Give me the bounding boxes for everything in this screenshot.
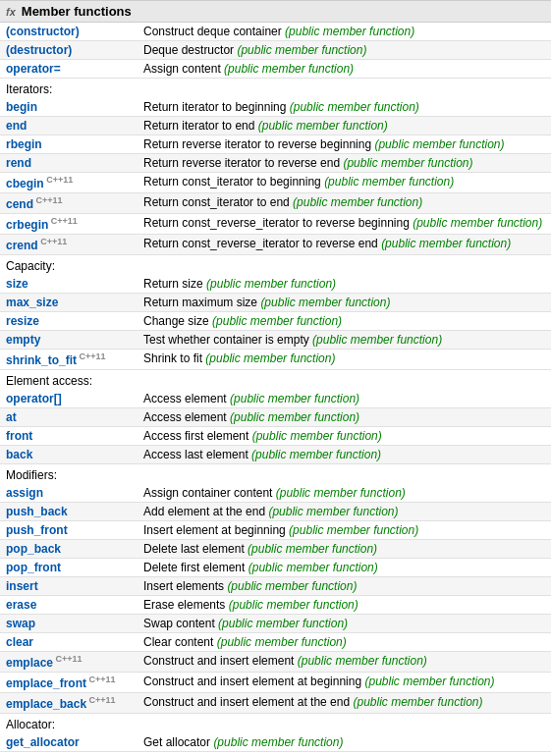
cxx11-badge: C++11 xyxy=(44,175,74,185)
function-name[interactable]: push_front xyxy=(0,521,138,540)
function-name[interactable]: (destructor) xyxy=(0,41,138,60)
function-name[interactable]: at xyxy=(0,408,138,427)
function-name[interactable]: cend C++11 xyxy=(0,193,138,214)
table-row: beginReturn iterator to beginning (publi… xyxy=(0,98,551,117)
function-desc: Return iterator to beginning (public mem… xyxy=(138,98,551,117)
function-name[interactable]: empty xyxy=(0,331,138,350)
table-row: get_allocatorGet allocator (public membe… xyxy=(0,733,551,752)
function-desc: Insert elements (public member function) xyxy=(138,577,551,596)
function-desc: Return const_reverse_iterator to reverse… xyxy=(138,235,551,255)
function-desc: Return const_iterator to end (public mem… xyxy=(138,193,551,214)
function-name[interactable]: emplace C++11 xyxy=(0,652,138,673)
public-label: (public member function) xyxy=(298,654,427,668)
function-desc: Construct and insert element (public mem… xyxy=(138,652,551,673)
table-row: shrink_to_fit C++11Shrink to fit (public… xyxy=(0,350,551,370)
public-label: (public member function) xyxy=(290,100,419,114)
table-row: max_sizeReturn maximum size (public memb… xyxy=(0,294,551,312)
function-name[interactable]: (constructor) xyxy=(0,23,138,41)
subsection-label: Modifiers: xyxy=(0,464,551,484)
public-label: (public member function) xyxy=(206,277,336,291)
function-name[interactable]: cbegin C++11 xyxy=(0,173,138,193)
table-row: pop_frontDelete first element (public me… xyxy=(0,559,551,577)
table-row: rendReturn reverse iterator to reverse e… xyxy=(0,154,551,173)
public-label: (public member function) xyxy=(285,25,414,38)
function-name[interactable]: emplace_front C++11 xyxy=(0,673,138,693)
function-desc: Return iterator to end (public member fu… xyxy=(138,117,551,135)
subsection-table: operator[]Access element (public member … xyxy=(0,390,551,464)
function-desc: Return maximum size (public member funct… xyxy=(138,294,551,312)
function-name[interactable]: operator= xyxy=(0,60,138,79)
function-name[interactable]: insert xyxy=(0,577,138,596)
table-row: (destructor)Deque destructor (public mem… xyxy=(0,41,551,60)
function-name[interactable]: end xyxy=(0,117,138,135)
subsection-table: get_allocatorGet allocator (public membe… xyxy=(0,733,551,752)
cxx11-badge: C++11 xyxy=(33,195,63,205)
function-name[interactable]: get_allocator xyxy=(0,733,138,752)
function-name[interactable]: clear xyxy=(0,633,138,652)
table-row: emplace C++11Construct and insert elemen… xyxy=(0,652,551,673)
public-label: (public member function) xyxy=(227,579,357,593)
table-row: crbegin C++11Return const_reverse_iterat… xyxy=(0,214,551,235)
public-label: (public member function) xyxy=(224,62,354,76)
subsection-table: beginReturn iterator to beginning (publi… xyxy=(0,98,551,255)
function-desc: Erase elements (public member function) xyxy=(138,596,551,615)
function-desc: Return const_reverse_iterator to reverse… xyxy=(138,214,551,235)
function-name[interactable]: crend C++11 xyxy=(0,235,138,255)
subsection-label: Iterators: xyxy=(0,79,551,98)
function-name[interactable]: size xyxy=(0,275,138,294)
table-row: insertInsert elements (public member fun… xyxy=(0,577,551,596)
table-row: swapSwap content (public member function… xyxy=(0,615,551,633)
function-desc: Access element (public member function) xyxy=(138,408,551,427)
cxx11-badge: C++11 xyxy=(48,216,78,226)
function-name[interactable]: erase xyxy=(0,596,138,615)
function-name[interactable]: rbegin xyxy=(0,135,138,154)
function-desc: Access first element (public member func… xyxy=(138,427,551,446)
function-desc: Delete last element (public member funct… xyxy=(138,540,551,559)
cxx11-badge: C++11 xyxy=(86,675,116,684)
function-name[interactable]: crbegin C++11 xyxy=(0,214,138,235)
public-label: (public member function) xyxy=(343,156,472,170)
function-desc: Construct deque container (public member… xyxy=(138,23,551,41)
function-name[interactable]: max_size xyxy=(0,294,138,312)
table-row: endReturn iterator to end (public member… xyxy=(0,117,551,135)
cxx11-badge: C++11 xyxy=(38,237,68,246)
fx-icon: fx xyxy=(6,6,16,18)
function-name[interactable]: rend xyxy=(0,154,138,173)
table-row: clearClear content (public member functi… xyxy=(0,633,551,652)
member-functions-section: fx Member functions (constructor)Constru… xyxy=(0,0,551,752)
function-name[interactable]: back xyxy=(0,446,138,464)
function-name[interactable]: emplace_back C++11 xyxy=(0,693,138,714)
function-name[interactable]: pop_back xyxy=(0,540,138,559)
function-name[interactable]: push_back xyxy=(0,503,138,521)
table-row: operator=Assign content (public member f… xyxy=(0,60,551,79)
table-row: backAccess last element (public member f… xyxy=(0,446,551,464)
table-row: (constructor)Construct deque container (… xyxy=(0,23,551,41)
table-row: operator[]Access element (public member … xyxy=(0,390,551,408)
function-name[interactable]: pop_front xyxy=(0,559,138,577)
function-name[interactable]: shrink_to_fit C++11 xyxy=(0,350,138,370)
table-row: cbegin C++11Return const_iterator to beg… xyxy=(0,173,551,193)
function-name[interactable]: resize xyxy=(0,312,138,331)
function-name[interactable]: front xyxy=(0,427,138,446)
public-label: (public member function) xyxy=(312,333,442,347)
function-desc: Test whether container is empty (public … xyxy=(138,331,551,350)
public-label: (public member function) xyxy=(248,561,378,574)
function-desc: Access last element (public member funct… xyxy=(138,446,551,464)
public-label: (public member function) xyxy=(230,410,359,424)
table-row: emptyTest whether container is empty (pu… xyxy=(0,331,551,350)
function-desc: Assign content (public member function) xyxy=(138,60,551,79)
table-row: frontAccess first element (public member… xyxy=(0,427,551,446)
cxx11-badge: C++11 xyxy=(77,351,106,361)
function-desc: Return reverse iterator to reverse begin… xyxy=(138,135,551,154)
public-label: (public member function) xyxy=(413,216,542,230)
public-label: (public member function) xyxy=(260,296,390,309)
public-label: (public member function) xyxy=(229,598,358,612)
function-name[interactable]: assign xyxy=(0,484,138,503)
subsection-label: Element access: xyxy=(0,370,551,390)
function-name[interactable]: begin xyxy=(0,98,138,117)
function-desc: Insert element at beginning (public memb… xyxy=(138,521,551,540)
table-row: cend C++11Return const_iterator to end (… xyxy=(0,193,551,214)
function-name[interactable]: operator[] xyxy=(0,390,138,408)
function-name[interactable]: swap xyxy=(0,615,138,633)
public-label: (public member function) xyxy=(276,486,406,500)
